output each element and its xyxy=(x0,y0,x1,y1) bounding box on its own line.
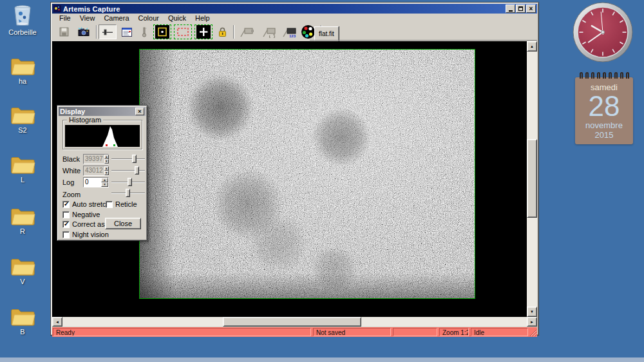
save-button[interactable] xyxy=(55,24,73,39)
log-slider[interactable] xyxy=(111,177,145,187)
desktop-icon-label: V xyxy=(4,278,41,285)
black-slider-handle[interactable] xyxy=(132,155,137,163)
toolbar-separator xyxy=(96,25,97,39)
log-slider-handle[interactable] xyxy=(128,178,132,186)
status-bar: Ready Not saved Zoom 1:2 Idle xyxy=(52,327,537,337)
menu-camera[interactable]: Camera xyxy=(99,14,133,22)
white-value: 43012 xyxy=(84,166,104,175)
vertical-scroll-thumb[interactable] xyxy=(527,139,537,218)
tab-strip-baseline xyxy=(310,40,537,41)
spin-down-icon: ▼ xyxy=(101,182,108,187)
save-icon xyxy=(59,26,70,37)
desktop-icon-folder-ha[interactable]: ha xyxy=(4,55,41,85)
scroll-left-button[interactable]: ◄ xyxy=(52,317,62,327)
white-slider[interactable] xyxy=(111,166,145,175)
vertical-scrollbar[interactable]: ▲ ▼ xyxy=(527,41,537,317)
black-spinner[interactable]: 39397 ▲▼ xyxy=(83,154,109,164)
white-slider-handle[interactable] xyxy=(135,166,139,175)
white-spinner[interactable]: 43012 ▲▼ xyxy=(83,166,109,176)
status-panel-empty xyxy=(393,328,437,336)
black-level-marker xyxy=(106,144,108,146)
desktop-icon-label: L xyxy=(4,176,41,184)
camera-settings-button[interactable] xyxy=(74,24,93,39)
calendar-month-year: novembre 2015 xyxy=(575,120,633,140)
display-close-button[interactable]: Close xyxy=(105,218,141,229)
colour-wheel-icon xyxy=(301,24,316,39)
display-slider-icon xyxy=(102,28,113,37)
black-slider[interactable] xyxy=(111,154,145,164)
display-slider-button[interactable] xyxy=(99,24,117,39)
spin-up-icon: ▲ xyxy=(104,166,109,171)
calendar-spiral-icon xyxy=(575,72,633,79)
night-vision-checkbox[interactable]: Night vision xyxy=(62,231,109,238)
log-spinner-arrows[interactable]: ▲▼ xyxy=(101,178,108,187)
close-button[interactable]: × xyxy=(526,5,536,13)
scroll-right-button[interactable]: ► xyxy=(527,317,537,327)
thermometer-icon: ° xyxy=(140,26,148,38)
spin-down-icon: ▼ xyxy=(104,159,109,164)
log-spinner[interactable]: 0 ▲▼ xyxy=(83,177,109,187)
maximize-button[interactable] xyxy=(516,5,526,13)
display-dialog-close-button[interactable]: × xyxy=(135,108,144,115)
desktop-icon-folder-l[interactable]: L xyxy=(4,154,41,184)
snapshot-button[interactable] xyxy=(236,24,257,39)
auto-stretch-checkbox[interactable]: Auto stretch xyxy=(62,200,110,208)
menu-colour[interactable]: Colour xyxy=(134,14,164,22)
desktop-icon-folder-v[interactable]: V xyxy=(4,256,41,285)
auto-stretch-label: Auto stretch xyxy=(72,200,110,208)
screen-bottom-strip xyxy=(0,357,644,362)
region-rect-button[interactable] xyxy=(174,24,192,39)
menu-quick[interactable]: Quick xyxy=(164,14,191,22)
loop-capture-button[interactable] xyxy=(259,24,279,39)
desktop-icon-folder-s2[interactable]: S2 xyxy=(4,104,41,134)
scroll-up-button[interactable]: ▲ xyxy=(527,41,537,52)
close-icon: × xyxy=(138,108,141,115)
black-spinner-arrows[interactable]: ▲▼ xyxy=(104,155,109,164)
zoom-slider[interactable] xyxy=(111,188,145,198)
white-spinner-arrows[interactable]: ▲▼ xyxy=(104,166,109,175)
histogram-label: Histogram xyxy=(67,116,103,124)
subframe-icon xyxy=(155,25,169,39)
negative-label: Negative xyxy=(72,211,100,218)
svg-text:°: ° xyxy=(146,27,147,30)
image-tab-flat-fit[interactable]: flat.fit xyxy=(314,26,339,41)
slider-track xyxy=(111,158,145,160)
horizontal-scrollbar[interactable]: ◄ ► xyxy=(52,317,537,327)
image-client-area: Display × Histogram xyxy=(52,41,527,317)
desktop-icon-recycle-bin[interactable]: Corbeille xyxy=(4,3,41,36)
lock-button[interactable] xyxy=(215,24,229,39)
image-list-icon xyxy=(121,27,133,37)
title-bar[interactable]: Artemis Capture × xyxy=(52,4,537,14)
desktop-icon-label: S2 xyxy=(4,126,41,134)
analog-clock-icon xyxy=(572,1,634,63)
desktop-icon-folder-r[interactable]: R xyxy=(4,205,41,235)
sequence-capture-button[interactable]: 123 xyxy=(280,24,299,39)
horizontal-scroll-thumb[interactable] xyxy=(223,317,361,327)
folder-icon xyxy=(10,104,35,126)
display-dialog: Display × Histogram xyxy=(57,105,147,241)
arrow-up-icon: ▲ xyxy=(530,44,534,48)
zoom-slider-handle[interactable] xyxy=(126,189,130,197)
thermometer-button[interactable]: ° xyxy=(138,24,151,39)
menu-view[interactable]: View xyxy=(75,14,100,22)
reticle-checkbox[interactable]: Reticle xyxy=(106,200,137,208)
scroll-down-button[interactable]: ▼ xyxy=(527,307,537,317)
histogram-plot xyxy=(65,125,140,147)
clock-gadget xyxy=(572,1,634,63)
crosshair-button[interactable] xyxy=(194,24,213,39)
captured-image[interactable] xyxy=(139,49,475,299)
menu-file[interactable]: File xyxy=(55,14,75,22)
negative-checkbox[interactable]: Negative xyxy=(62,211,100,218)
display-dialog-titlebar[interactable]: Display × xyxy=(59,107,146,116)
menu-help[interactable]: Help xyxy=(191,14,214,22)
black-value: 39397 xyxy=(84,155,104,164)
window-title: Artemis Capture xyxy=(63,5,505,13)
slider-track xyxy=(111,170,145,171)
artemis-capture-window: Artemis Capture × File View Camera Colou… xyxy=(50,2,539,336)
display-dialog-title: Display xyxy=(60,108,135,115)
resize-grip[interactable] xyxy=(529,329,537,337)
desktop-icon-folder-b[interactable]: B xyxy=(4,306,41,336)
subframe-select-button[interactable] xyxy=(153,24,171,39)
image-list-button[interactable] xyxy=(118,24,136,39)
minimize-button[interactable] xyxy=(506,5,515,13)
